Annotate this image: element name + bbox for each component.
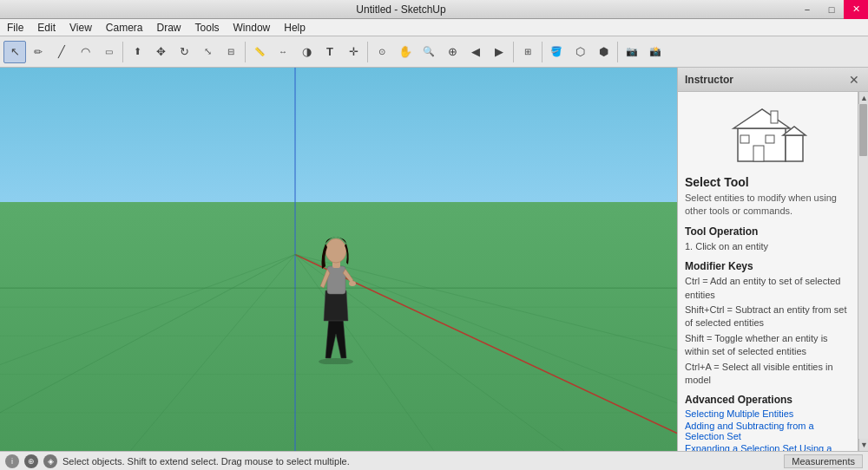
shape-tool-button[interactable]: ▭	[97, 41, 120, 63]
toolbar-separator-6	[617, 42, 618, 62]
line-tool-button[interactable]: ╱	[50, 41, 73, 63]
svg-rect-24	[786, 135, 803, 161]
menu-bar: File Edit View Camera Draw Tools Window …	[0, 19, 868, 36]
link-expanding-mouse[interactable]: Expanding a Selection Set Using a Mouse	[685, 443, 851, 451]
menu-view[interactable]: View	[62, 20, 99, 36]
prev-view-button[interactable]: ◀	[464, 41, 487, 63]
dimension-button[interactable]: ↔	[272, 41, 294, 63]
inspector-panel: Instructor ✕	[677, 68, 868, 451]
inspector-title: Instructor	[685, 74, 733, 86]
toolbar-separator-5	[542, 42, 542, 62]
select-tool-button[interactable]: ↖	[3, 41, 26, 63]
svg-rect-21	[753, 146, 764, 161]
section-button[interactable]: ⊞	[516, 41, 539, 63]
status-icon-1: i	[5, 454, 19, 468]
inspector-close-button[interactable]: ✕	[847, 73, 861, 87]
svg-point-16	[349, 281, 356, 286]
statusbar-hint: Select objects. Shift to extend select. …	[62, 456, 350, 467]
title-bar: Untitled - SketchUp − □ ✕	[0, 0, 868, 19]
protractor-button[interactable]: ◑	[295, 41, 318, 63]
rotate-button[interactable]: ↻	[173, 41, 195, 63]
statusbar-left: i ⊕ ◈ Select objects. Shift to extend se…	[5, 454, 350, 468]
svg-rect-22	[740, 135, 749, 143]
human-figure	[308, 221, 365, 364]
svg-point-14	[319, 358, 353, 364]
link-adding-subtracting[interactable]: Adding and Subtracting from a Selection …	[685, 421, 851, 441]
modifier-key-1: Ctrl = Add an entity to set of selected …	[685, 275, 851, 302]
next-view-button[interactable]: ▶	[488, 41, 510, 63]
section-advanced-ops: Advanced Operations	[685, 394, 851, 406]
scrollbar-track	[858, 104, 868, 439]
scale-button[interactable]: ⤡	[196, 41, 219, 63]
camera2-button[interactable]: 📸	[644, 41, 667, 63]
pan-button[interactable]: ✋	[394, 41, 417, 63]
modifier-key-4: Ctrl+A = Select all visible entities in …	[685, 361, 851, 388]
minimize-button[interactable]: −	[795, 0, 819, 19]
toolbar-separator-4	[513, 42, 514, 62]
menu-help[interactable]: Help	[277, 20, 312, 36]
restore-button[interactable]: □	[819, 0, 844, 19]
svg-rect-26	[771, 111, 778, 123]
tool-name: Select Tool	[685, 175, 851, 189]
svg-marker-20	[733, 109, 790, 128]
offset-button[interactable]: ⊟	[220, 41, 242, 63]
modifier-key-3: Shift = Toggle whether an entity is with…	[685, 332, 851, 359]
text-button[interactable]: T	[319, 41, 341, 63]
window-title: Untitled - SketchUp	[7, 3, 795, 16]
paint-button[interactable]: 🪣	[545, 41, 568, 63]
menu-tools[interactable]: Tools	[188, 20, 227, 36]
tool-op-item-1: 1. Click on an entity	[685, 240, 851, 253]
svg-line-3	[0, 254, 295, 412]
inspector-content: Select Tool Select entities to modify wh…	[678, 92, 858, 451]
section-modifier-keys: Modifier Keys	[685, 260, 851, 272]
status-icon-3: ◈	[43, 454, 57, 468]
scroll-down-button[interactable]: ▼	[858, 439, 868, 451]
menu-file[interactable]: File	[0, 20, 30, 36]
pencil-tool-button[interactable]: ✏	[27, 41, 49, 63]
svg-point-18	[326, 238, 346, 263]
window-controls: − □ ✕	[795, 0, 868, 19]
canvas-area[interactable]	[0, 68, 677, 451]
orbit-button[interactable]: ⊙	[371, 41, 393, 63]
modifier-key-2: Shift+Ctrl = Subtract an entity from set…	[685, 304, 851, 330]
menu-window[interactable]: Window	[227, 20, 278, 36]
svg-line-4	[0, 254, 295, 364]
close-button[interactable]: ✕	[844, 0, 868, 19]
push-pull-button[interactable]: ⬆	[126, 41, 148, 63]
arc-tool-button[interactable]: ◠	[74, 41, 96, 63]
section-tool-operation: Tool Operation	[685, 225, 851, 238]
tape-button[interactable]: 📏	[248, 41, 271, 63]
measurements-label: Measurements	[784, 454, 863, 468]
move-button[interactable]: ✥	[149, 41, 172, 63]
toolbar-separator-1	[122, 42, 123, 62]
zoom-button[interactable]: 🔍	[418, 41, 440, 63]
component-button[interactable]: ⬡	[569, 41, 591, 63]
menu-draw[interactable]: Draw	[150, 20, 188, 36]
link-selecting-multiple[interactable]: Selecting Multiple Entities	[685, 408, 851, 419]
status-bar: i ⊕ ◈ Select objects. Shift to extend se…	[0, 451, 868, 470]
svg-line-5	[130, 254, 295, 451]
svg-rect-15	[327, 266, 345, 294]
camera1-button[interactable]: 📷	[621, 41, 643, 63]
scroll-up-button[interactable]: ▲	[858, 92, 868, 104]
tool-desc: Select entities to modify when using oth…	[685, 192, 851, 219]
inspector-header: Instructor ✕	[678, 68, 868, 92]
scrollbar-thumb[interactable]	[859, 104, 867, 156]
main-area: Instructor ✕	[0, 68, 868, 451]
axes-button[interactable]: ✛	[342, 41, 365, 63]
group-button[interactable]: ⬢	[592, 41, 615, 63]
svg-rect-23	[766, 135, 774, 143]
status-icon-2: ⊕	[24, 454, 38, 468]
toolbar-separator-2	[245, 42, 246, 62]
menu-camera[interactable]: Camera	[99, 20, 150, 36]
house-icon	[729, 102, 807, 163]
house-icon-container	[685, 99, 851, 166]
toolbar: ↖ ✏ ╱ ◠ ▭ ⬆ ✥ ↻ ⤡ ⊟ 📏 ↔ ◑ T ✛ ⊙ ✋ 🔍 ⊕ ◀ …	[0, 36, 868, 68]
zoom-extents-button[interactable]: ⊕	[441, 41, 464, 63]
menu-edit[interactable]: Edit	[30, 20, 62, 36]
toolbar-separator-3	[367, 42, 368, 62]
